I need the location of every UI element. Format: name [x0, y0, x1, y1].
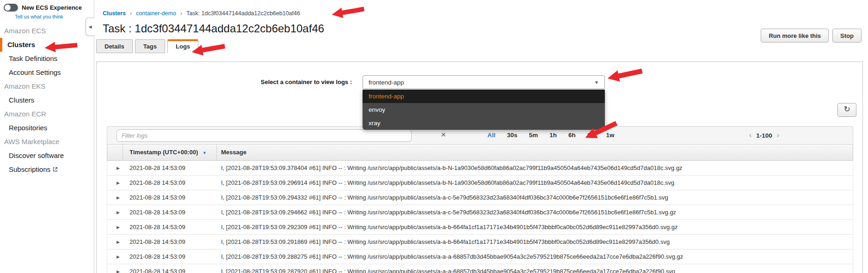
timestamp-header-label: Timestamp (UTC+00:00) [129, 149, 198, 156]
log-timestamp: 2021-08-28 14:53:09 [129, 161, 185, 176]
breadcrumb-clusters[interactable]: Clusters [103, 10, 126, 17]
time-filter-1h[interactable]: 1h [549, 132, 557, 139]
sidebar-nav: Amazon ECS Clusters Task Definitions Acc… [0, 24, 94, 176]
task-tabs: Details Tags Logs [96, 39, 198, 53]
log-message: I, [2021-08-28T19:53:09.288275 #61] INFO… [221, 249, 683, 264]
page-next-icon[interactable]: › [777, 131, 779, 140]
toggle-knob [5, 5, 11, 11]
pagination: ‹ 1-100 › [749, 131, 779, 140]
sidebar-item-account-settings[interactable]: Account Settings [0, 66, 94, 79]
log-message: I, [2021-08-28T19:53:09.294332 #61] INFO… [221, 190, 668, 205]
container-select[interactable]: frontend-app ▼ [363, 75, 605, 89]
expander-column-header [107, 145, 123, 160]
log-message: I, [2021-08-28T19:53:09.292309 #61] INFO… [221, 220, 678, 235]
row-expander-icon[interactable]: ▶ [117, 190, 120, 205]
page-range: 1-100 [756, 132, 772, 139]
clear-filter-icon[interactable]: × [441, 130, 446, 140]
table-row: ▶ 2021-08-28 14:53:09 I, [2021-08-28T19:… [107, 220, 853, 235]
row-expander-icon[interactable]: ▶ [117, 249, 120, 264]
dropdown-option-xray[interactable]: xray [363, 116, 605, 130]
log-message: I, [2021-08-28T19:53:09.291869 #61] INFO… [221, 235, 670, 249]
section-header-amazon-ecr: Amazon ECR [0, 107, 94, 121]
page-title: Task : 1dc3f03447144adda12c2cb6eb10af46 [103, 22, 324, 35]
breadcrumb: Clusters › container-demo › Task: 1dc3f0… [103, 10, 300, 17]
section-header-aws-marketplace: AWS Marketplace [0, 135, 94, 149]
page-prev-icon[interactable]: ‹ [749, 131, 751, 140]
breadcrumb-separator: › [180, 10, 182, 17]
sidebar-item-task-definitions[interactable]: Task Definitions [0, 52, 94, 66]
log-message: I, [2021-08-28T19:53:09.378404 #61] INFO… [221, 161, 683, 176]
new-ecs-experience-label: New ECS Experience [22, 4, 82, 11]
row-expander-icon[interactable]: ▶ [117, 205, 120, 220]
collapse-chevron-icon: ◀ [89, 24, 92, 29]
filter-logs-input[interactable] [117, 129, 412, 142]
run-more-like-this-button[interactable]: Run more like this [761, 29, 829, 42]
log-table-body: ▶ 2021-08-28 14:53:09 I, [2021-08-28T19:… [107, 161, 853, 273]
table-row: ▶ 2021-08-28 14:53:09 I, [2021-08-28T19:… [107, 264, 853, 273]
row-expander-icon[interactable]: ▶ [117, 264, 120, 273]
time-filter-30s[interactable]: 30s [507, 132, 517, 139]
sidebar-item-ecs-clusters[interactable]: Clusters [0, 38, 94, 52]
sidebar-collapse-button[interactable]: ◀ [86, 18, 94, 36]
dropdown-option-frontend-app[interactable]: frontend-app [363, 90, 605, 103]
row-expander-icon[interactable]: ▶ [117, 176, 120, 190]
section-header-amazon-ecs: Amazon ECS [0, 24, 94, 38]
table-row: ▶ 2021-08-28 14:53:09 I, [2021-08-28T19:… [107, 205, 853, 220]
chevron-down-icon: ▼ [594, 80, 599, 85]
sidebar-item-discover-software[interactable]: Discover software [0, 149, 94, 163]
log-timestamp: 2021-08-28 14:53:09 [129, 235, 185, 249]
new-ecs-experience-toggle-row: New ECS Experience [4, 4, 82, 12]
message-column-header: Message [217, 145, 246, 160]
breadcrumb-separator: › [130, 10, 132, 17]
time-filter-6h[interactable]: 6h [568, 132, 576, 139]
breadcrumb-container-demo[interactable]: container-demo [136, 10, 176, 17]
logs-panel: Select a container to view logs : fronte… [96, 61, 863, 273]
log-timestamp: 2021-08-28 14:53:09 [129, 205, 185, 220]
stop-button[interactable]: Stop [832, 29, 862, 42]
table-row: ▶ 2021-08-28 14:53:09 I, [2021-08-28T19:… [107, 161, 853, 176]
refresh-button[interactable]: ↻ [837, 103, 856, 117]
feedback-link[interactable]: Tell us what you think [15, 14, 63, 19]
sidebar-item-subscriptions[interactable]: Subscriptions [0, 163, 94, 176]
external-link-icon [53, 163, 58, 176]
sidebar-item-repositories[interactable]: Repositories [0, 121, 94, 135]
table-row: ▶ 2021-08-28 14:53:09 I, [2021-08-28T19:… [107, 190, 853, 205]
table-row: ▶ 2021-08-28 14:53:09 I, [2021-08-28T19:… [107, 249, 853, 264]
log-message: I, [2021-08-28T19:53:09.287920 #61] INFO… [221, 264, 675, 273]
timestamp-column-header[interactable]: Timestamp (UTC+00:00) ▼ [123, 145, 217, 160]
log-timestamp: 2021-08-28 14:53:09 [129, 220, 185, 235]
row-expander-icon[interactable]: ▶ [117, 235, 120, 249]
sidebar-item-eks-clusters[interactable]: Clusters [0, 93, 94, 107]
time-filter-1d[interactable]: 1d [587, 132, 595, 139]
sidebar: New ECS Experience Tell us what you thin… [0, 0, 94, 273]
time-filter-all[interactable]: All [487, 132, 495, 139]
tab-logs[interactable]: Logs [167, 39, 198, 53]
log-timestamp: 2021-08-28 14:53:09 [129, 176, 185, 190]
refresh-icon: ↻ [843, 105, 850, 114]
header-actions: Run more like this Stop [761, 29, 862, 42]
log-timestamp: 2021-08-28 14:53:09 [129, 249, 185, 264]
container-dropdown-menu: frontend-app envoy xray [363, 90, 605, 130]
log-message: I, [2021-08-28T19:53:09.294662 #61] INFO… [221, 205, 676, 220]
tab-tags[interactable]: Tags [135, 39, 165, 53]
time-filter-1w[interactable]: 1w [606, 132, 615, 139]
table-row: ▶ 2021-08-28 14:53:09 I, [2021-08-28T19:… [107, 235, 853, 249]
container-select-value: frontend-app [369, 79, 404, 86]
subscriptions-label: Subscriptions [9, 165, 50, 173]
new-ecs-experience-toggle[interactable] [4, 4, 18, 12]
log-message: I, [2021-08-28T19:53:09.296914 #61] INFO… [221, 176, 674, 190]
dropdown-option-envoy[interactable]: envoy [363, 103, 605, 116]
container-select-label: Select a container to view logs : [249, 79, 352, 85]
row-expander-icon[interactable]: ▶ [117, 220, 120, 235]
annotation-arrow-breadcrumb-task-id [330, 1, 366, 22]
log-timestamp: 2021-08-28 14:53:09 [129, 264, 185, 273]
sort-desc-icon: ▼ [203, 151, 207, 155]
tab-details[interactable]: Details [96, 39, 133, 53]
section-header-amazon-eks: Amazon EKS [0, 79, 94, 93]
table-row: ▶ 2021-08-28 14:53:09 I, [2021-08-28T19:… [107, 176, 853, 190]
row-expander-icon[interactable]: ▶ [117, 161, 120, 176]
log-timestamp: 2021-08-28 14:53:09 [129, 190, 185, 205]
time-range-filters: All 30s 5m 1h 6h 1d 1w [487, 132, 615, 139]
breadcrumb-current-task: Task: 1dc3f03447144adda12c2cb6eb10af46 [186, 10, 300, 17]
time-filter-5m[interactable]: 5m [529, 132, 538, 139]
